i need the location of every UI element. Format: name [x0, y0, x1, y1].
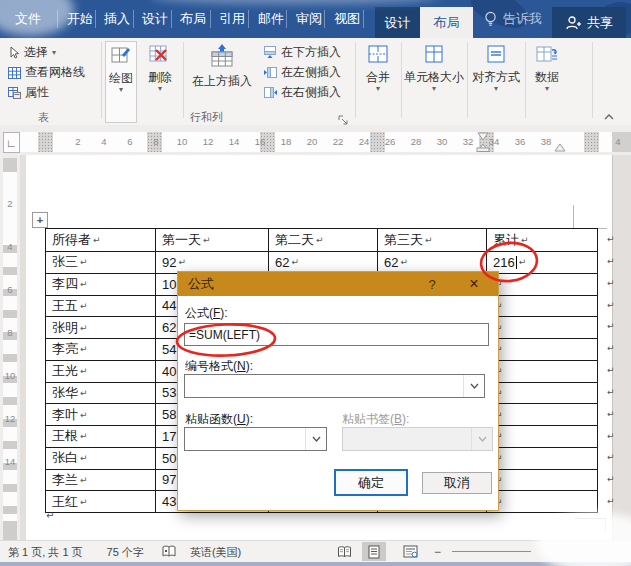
header-cell[interactable]: 所得者↵: [46, 229, 156, 252]
paste-function-label: 粘贴函数(U):: [185, 411, 253, 428]
chevron-down-icon[interactable]: [305, 428, 326, 450]
zoom-slider[interactable]: [452, 551, 531, 552]
table-move-handle[interactable]: +: [32, 212, 48, 228]
data-icon: [535, 44, 559, 67]
header-cell[interactable]: 第一天↵: [156, 229, 269, 252]
group-separator: [101, 42, 102, 118]
table-cell[interactable]: ↵: [487, 404, 598, 426]
draw-table-button[interactable]: 绘图 ▾: [105, 41, 137, 123]
dialog-titlebar[interactable]: 公式: [178, 272, 498, 296]
table-cell[interactable]: 张白↵: [46, 448, 156, 470]
group-separator: [183, 42, 184, 118]
alignment-button[interactable]: 对齐方式 ▾: [470, 41, 522, 121]
tell-me-box[interactable]: 告诉我: [484, 0, 542, 38]
zoom-out-icon[interactable]: −: [434, 541, 441, 562]
view-gridlines-button[interactable]: 查看网格线: [8, 64, 85, 81]
properties-button[interactable]: 属性: [8, 84, 49, 101]
delete-button[interactable]: 删除 ▾: [142, 41, 178, 121]
cell-end-mark: ↵: [316, 235, 324, 245]
header-cell[interactable]: 第三天↵: [378, 229, 487, 252]
read-mode-icon[interactable]: [332, 542, 356, 561]
merge-button[interactable]: 合并 ▾: [358, 41, 398, 121]
dialog-title: 公式: [188, 275, 214, 293]
table-cell[interactable]: ↵: [487, 426, 598, 448]
table-cell[interactable]: 李叶↵: [46, 404, 156, 426]
web-layout-icon[interactable]: [398, 542, 422, 561]
table-cell[interactable]: 李兰↵: [46, 470, 156, 492]
table-cell[interactable]: 李四↵: [46, 274, 156, 296]
tab-references-label: 引用: [219, 10, 245, 28]
data-button[interactable]: 数据 ▾: [528, 41, 566, 121]
lightbulb-icon: [484, 11, 497, 27]
print-layout-icon[interactable]: [362, 542, 386, 561]
table-cell[interactable]: 王光↵: [46, 361, 156, 383]
tab-file[interactable]: 文件: [6, 0, 50, 38]
insert-right-button[interactable]: 在右侧插入: [264, 84, 341, 101]
table-cell[interactable]: 王红↵: [46, 491, 156, 513]
table-cell[interactable]: 张三↵: [46, 252, 156, 274]
tab-separator: [324, 10, 325, 28]
table-cell[interactable]: 张明↵: [46, 317, 156, 339]
insert-above-button[interactable]: 在上方插入: [188, 41, 256, 121]
margin-crop-mark: [575, 518, 606, 532]
word-count-status[interactable]: 75 个字: [107, 545, 144, 560]
ruler-number: 4: [3, 241, 17, 252]
tab-table-tools-design-label: 设计: [385, 14, 411, 32]
header-cell[interactable]: 累计↵: [487, 229, 598, 252]
proofing-status-icon[interactable]: [162, 545, 176, 560]
tab-stop-selector[interactable]: ∟: [3, 132, 20, 153]
tab-table-tools-layout-active[interactable]: 布局: [420, 7, 473, 38]
table-cell[interactable]: ↵: [487, 317, 598, 339]
paste-function-combobox[interactable]: [184, 427, 327, 451]
ok-button[interactable]: 确定: [334, 469, 408, 496]
insert-left-button[interactable]: 在左侧插入: [264, 64, 341, 81]
indent-markers[interactable]: [20, 132, 612, 152]
table-cell[interactable]: 王五↵: [46, 296, 156, 318]
dialog-launcher-icon[interactable]: [338, 112, 349, 123]
table-cell[interactable]: ↵: [487, 448, 598, 470]
insert-right-label: 在右侧插入: [281, 84, 341, 101]
cell-size-button[interactable]: 单元格大小 ▾: [404, 41, 464, 121]
table-cell[interactable]: ↵: [487, 339, 598, 361]
cell-end-mark: ↵: [80, 453, 88, 463]
share-label: 共享: [587, 14, 613, 32]
page-number-status[interactable]: 第 1 页, 共 1 页: [8, 545, 83, 560]
table-cell[interactable]: ↵: [487, 296, 598, 318]
paste-bookmark-label: 粘贴书签(B):: [342, 411, 409, 428]
table-cell[interactable]: ↵: [487, 383, 598, 405]
table-cell[interactable]: ↵: [487, 470, 598, 492]
dialog-help-button[interactable]: ?: [420, 272, 444, 296]
cell-end-mark: ↵: [80, 301, 88, 311]
formula-dialog: 公式 ? × 公式(F): =SUM(LEFT) 编号格式(N): 粘贴函数(U…: [177, 271, 499, 511]
number-format-combobox[interactable]: [184, 374, 485, 398]
table-cell[interactable]: ↵: [487, 361, 598, 383]
table-cell[interactable]: ↵: [487, 491, 598, 513]
language-status[interactable]: 英语(美国): [190, 545, 241, 560]
chevron-down-icon: ▾: [376, 86, 380, 92]
ruler-number: 6: [3, 284, 17, 295]
total-cell-active[interactable]: 216↵: [487, 252, 598, 274]
select-button[interactable]: 选择▾: [8, 44, 56, 61]
table-cell[interactable]: 王根↵: [46, 426, 156, 448]
insert-below-button[interactable]: 在下方插入: [264, 44, 341, 61]
close-icon[interactable]: ×: [458, 272, 490, 296]
chevron-down-icon[interactable]: [463, 375, 484, 397]
formula-input[interactable]: =SUM(LEFT): [184, 323, 489, 346]
bottom-margin-band: [3, 521, 17, 540]
row-end-mark: ↵: [607, 365, 615, 375]
header-cell[interactable]: 第二天↵: [269, 229, 378, 252]
properties-icon: [8, 87, 21, 99]
tab-layout[interactable]: 布局: [171, 0, 215, 38]
collapse-ribbon-icon[interactable]: [601, 110, 617, 124]
tell-me-label: 告诉我: [503, 10, 542, 28]
table-cell[interactable]: 张华↵: [46, 383, 156, 405]
row-end-mark: ↵: [607, 321, 615, 331]
group-separator: [401, 42, 402, 118]
table-cell[interactable]: ↵: [487, 274, 598, 296]
cancel-button[interactable]: 取消: [422, 472, 492, 494]
cell-end-mark: ↵: [80, 388, 88, 398]
share-button[interactable]: 共享: [552, 7, 626, 38]
tab-table-tools-design[interactable]: 设计: [375, 7, 420, 38]
vertical-ruler-track: 2 4 6 8 10 12 14: [3, 158, 17, 540]
table-cell[interactable]: 李亮↵: [46, 339, 156, 361]
